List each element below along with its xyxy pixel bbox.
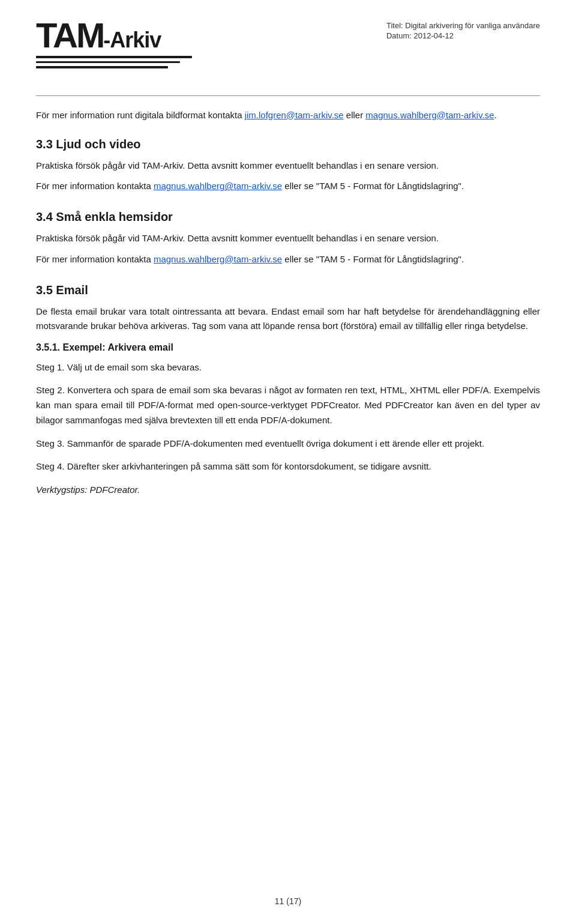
header-info: Titel: Digital arkivering för vanliga an… xyxy=(386,18,540,41)
logo-line-1 xyxy=(36,56,192,58)
step-3-label: Steg 3. xyxy=(36,438,67,448)
section-3-5-1: 3.5.1. Exempel: Arkivera email Steg 1. V… xyxy=(36,340,540,497)
section-3-4-para1: Praktiska försök pågår vid TAM-Arkiv. De… xyxy=(36,231,540,246)
step-4-label: Steg 4. xyxy=(36,461,67,471)
step-3: Steg 3. Sammanför de sparade PDF/A-dokum… xyxy=(36,436,540,451)
intro-text-middle: eller xyxy=(344,110,366,120)
logo-line-2 xyxy=(36,61,180,64)
section-3-3-para2-after: eller se "TAM 5 - Format för Långtidslag… xyxy=(282,181,464,191)
step-1-text: Välj ut de email som ska bevaras. xyxy=(67,362,202,372)
logo-lines xyxy=(36,56,192,68)
page: TAM -Arkiv Titel: Digital arkivering för… xyxy=(0,0,576,924)
step-1-label: Steg 1. xyxy=(36,362,67,372)
section-3-3-para1: Praktiska försök pågår vid TAM-Arkiv. De… xyxy=(36,159,540,174)
logo-area: TAM -Arkiv xyxy=(36,18,192,71)
step-4: Steg 4. Därefter sker arkivhanteringen p… xyxy=(36,459,540,474)
verktygstips: Verktygstips: PDFCreator. xyxy=(36,483,540,497)
header-divider xyxy=(36,95,540,96)
intro-paragraph: För mer information runt digitala bildfo… xyxy=(36,108,540,122)
logo-tam: TAM xyxy=(36,18,103,53)
step-2-label: Steg 2. xyxy=(36,385,67,395)
section-3-5-para1: De flesta email brukar vara totalt ointr… xyxy=(36,304,540,334)
logo-line-3 xyxy=(36,66,168,68)
section-3-3-heading: 3.3 Ljud och video xyxy=(36,134,540,154)
section-3-3: 3.3 Ljud och video Praktiska försök pågå… xyxy=(36,134,540,195)
logo-dash-arkiv: -Arkiv xyxy=(103,29,161,51)
section-3-3-para2: För mer information kontakta magnus.wahl… xyxy=(36,179,540,194)
section-3-3-para2-before: För mer information kontakta xyxy=(36,181,154,191)
section-3-3-link[interactable]: magnus.wahlberg@tam-arkiv.se xyxy=(154,181,282,191)
intro-text-before: För mer information runt digitala bildfo… xyxy=(36,110,245,120)
title-label: Titel: xyxy=(386,21,403,30)
section-3-5-1-heading: 3.5.1. Exempel: Arkivera email xyxy=(36,340,540,355)
main-content: För mer information runt digitala bildfo… xyxy=(36,108,540,498)
logo-text: TAM -Arkiv xyxy=(36,18,192,53)
section-3-4-link[interactable]: magnus.wahlberg@tam-arkiv.se xyxy=(154,254,282,264)
datum-label: Datum: xyxy=(386,31,412,40)
title-value: Digital arkivering för vanliga användare xyxy=(405,21,540,30)
header-title-line: Titel: Digital arkivering för vanliga an… xyxy=(386,21,540,30)
step-2: Steg 2. Konvertera och spara de email so… xyxy=(36,383,540,427)
step-3-text: Sammanför de sparade PDF/A-dokumenten me… xyxy=(67,438,484,448)
section-3-4-para2-after: eller se "TAM 5 - Format för Långtidslag… xyxy=(282,254,464,264)
intro-text-end: . xyxy=(494,110,497,120)
section-3-5: 3.5 Email De flesta email brukar vara to… xyxy=(36,280,540,498)
page-footer: 11 (17) xyxy=(0,896,576,906)
datum-value: 2012-04-12 xyxy=(413,31,454,40)
header-datum-line: Datum: 2012-04-12 xyxy=(386,31,540,40)
page-header: TAM -Arkiv Titel: Digital arkivering för… xyxy=(36,18,540,77)
step-4-text: Därefter sker arkivhanteringen på samma … xyxy=(67,461,431,471)
step-1: Steg 1. Välj ut de email som ska bevaras… xyxy=(36,360,540,375)
intro-link-magnus[interactable]: magnus.wahlberg@tam-arkiv.se xyxy=(365,110,494,120)
section-3-4-para2: För mer information kontakta magnus.wahl… xyxy=(36,252,540,267)
section-3-5-heading: 3.5 Email xyxy=(36,280,540,300)
intro-link-jim[interactable]: jim.lofgren@tam-arkiv.se xyxy=(245,110,344,120)
page-number: 11 (17) xyxy=(275,896,301,906)
section-3-4-para2-before: För mer information kontakta xyxy=(36,254,154,264)
section-3-4-heading: 3.4 Små enkla hemsidor xyxy=(36,207,540,226)
step-2-text: Konvertera och spara de email som ska be… xyxy=(36,385,540,425)
section-3-4: 3.4 Små enkla hemsidor Praktiska försök … xyxy=(36,207,540,267)
